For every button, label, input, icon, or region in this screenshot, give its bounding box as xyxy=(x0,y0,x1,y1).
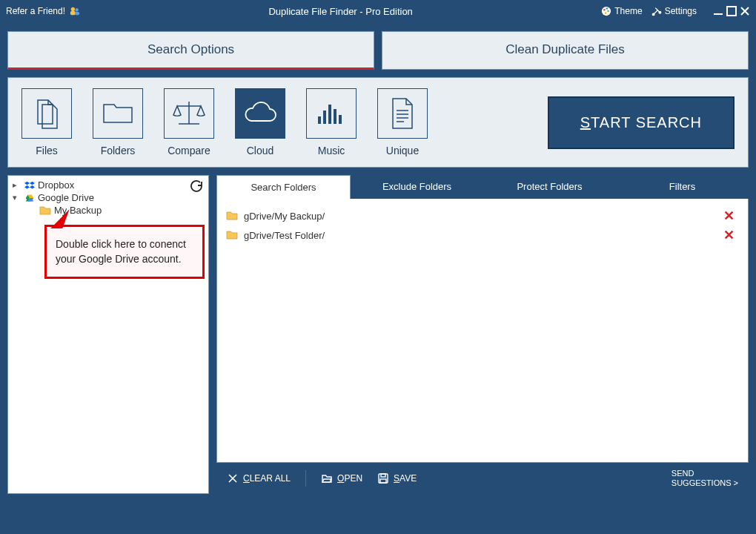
folder-path: gDrive/Test Folder/ xyxy=(244,230,325,241)
cloud-sources-sidebar: ▸ Dropbox ▾ Google Drive My Backup xyxy=(7,175,209,494)
window-controls xyxy=(713,6,750,16)
separator xyxy=(305,470,306,487)
document-icon xyxy=(390,97,415,130)
refer-friend-label: Refer a Friend! xyxy=(6,6,65,16)
open-button[interactable]: OPEN xyxy=(321,472,362,484)
category-music-label: Music xyxy=(318,145,345,156)
ribbon-tabs: Search Options Clean Duplicate Files xyxy=(0,22,756,70)
subtab-filters[interactable]: Filters xyxy=(616,175,749,199)
settings-button[interactable]: Settings xyxy=(651,6,697,16)
save-button[interactable]: SAVE xyxy=(377,472,417,484)
search-folders-list: gDrive/My Backup/ ✕ gDrive/Test Folder/ … xyxy=(216,199,749,463)
folder-icon xyxy=(102,100,134,127)
folder-small-icon xyxy=(226,230,238,240)
category-compare-label: Compare xyxy=(168,145,210,156)
files-icon xyxy=(32,97,62,130)
chevron-right-icon[interactable]: ▸ xyxy=(13,180,21,190)
list-item[interactable]: gDrive/Test Folder/ ✕ xyxy=(226,225,739,245)
svg-rect-11 xyxy=(714,13,723,15)
svg-point-8 xyxy=(605,12,607,14)
settings-label: Settings xyxy=(665,6,697,16)
category-unique-label: Unique xyxy=(386,145,419,156)
minimize-icon[interactable] xyxy=(713,6,723,16)
svg-point-7 xyxy=(608,10,610,13)
remove-folder-button[interactable]: ✕ xyxy=(719,227,739,243)
scale-icon xyxy=(171,99,207,128)
palette-icon xyxy=(601,6,611,16)
svg-point-5 xyxy=(603,9,606,11)
window-title: Duplicate File Finder - Pro Edition xyxy=(80,6,601,17)
clear-icon xyxy=(227,472,239,484)
tree-item-dropbox-label: Dropbox xyxy=(38,179,74,191)
category-cloud-label: Cloud xyxy=(247,145,274,156)
titlebar: Refer a Friend! Duplicate File Finder - … xyxy=(0,0,756,22)
subtab-search-folders[interactable]: Search Folders xyxy=(216,175,351,199)
clear-all-button[interactable]: CLEAR ALL xyxy=(227,472,291,484)
category-folders-label: Folders xyxy=(101,145,136,156)
category-strip: Files Folders Compare Cloud Music Unique… xyxy=(7,77,749,168)
folder-small-icon xyxy=(39,205,51,216)
svg-rect-17 xyxy=(339,115,342,124)
close-icon[interactable] xyxy=(740,6,750,16)
svg-rect-2 xyxy=(70,11,76,15)
svg-rect-3 xyxy=(75,12,79,15)
gdrive-icon xyxy=(24,193,35,203)
category-cloud[interactable]: Cloud xyxy=(235,88,285,156)
refer-friend-link[interactable]: Refer a Friend! xyxy=(6,6,80,16)
svg-rect-22 xyxy=(381,474,385,477)
svg-point-10 xyxy=(659,11,661,13)
category-unique[interactable]: Unique xyxy=(377,88,428,156)
subtab-exclude-folders[interactable]: Exclude Folders xyxy=(351,175,483,199)
svg-rect-12 xyxy=(727,7,736,16)
svg-rect-13 xyxy=(318,116,321,124)
svg-point-6 xyxy=(606,7,609,10)
theme-label: Theme xyxy=(614,6,642,16)
people-icon xyxy=(70,6,80,16)
send-suggestions-link[interactable]: SEND SUGGESTIONS > xyxy=(672,469,738,488)
chevron-down-icon[interactable]: ▾ xyxy=(13,193,21,202)
tools-icon xyxy=(651,6,662,16)
category-folders[interactable]: Folders xyxy=(93,88,143,156)
svg-point-1 xyxy=(75,8,78,11)
tab-search-options[interactable]: Search Options xyxy=(7,31,374,70)
tree-item-gdrive[interactable]: ▾ Google Drive xyxy=(13,191,204,204)
cloud-icon xyxy=(242,102,278,125)
tree-item-dropbox[interactable]: ▸ Dropbox xyxy=(13,179,204,191)
hint-callout: Double click here to conenct your Google… xyxy=(44,225,205,279)
category-files-label: Files xyxy=(36,145,58,156)
refresh-icon[interactable] xyxy=(190,180,202,192)
svg-rect-16 xyxy=(334,109,336,124)
dropbox-icon xyxy=(24,180,35,191)
subtab-protect-folders[interactable]: Protect Folders xyxy=(483,175,616,199)
svg-point-9 xyxy=(652,13,654,16)
svg-rect-14 xyxy=(323,111,326,124)
hint-callout-text: Double click here to conenct your Google… xyxy=(56,238,186,265)
maximize-icon[interactable] xyxy=(726,6,737,16)
body-area: ▸ Dropbox ▾ Google Drive My Backup Searc… xyxy=(0,175,756,501)
bottom-toolbar: CLEAR ALL OPEN SAVE SEND SUGGESTIONS > xyxy=(216,463,749,494)
open-folder-icon xyxy=(321,472,333,484)
svg-rect-15 xyxy=(328,105,331,124)
theme-button[interactable]: Theme xyxy=(601,6,642,16)
folder-path: gDrive/My Backup/ xyxy=(244,211,325,222)
category-compare[interactable]: Compare xyxy=(164,88,214,156)
start-search-button[interactable]: START SEARCH xyxy=(548,96,735,149)
tab-clean-duplicates[interactable]: Clean Duplicate Files xyxy=(382,31,749,70)
equalizer-icon xyxy=(316,100,346,127)
folder-subtabs: Search Folders Exclude Folders Protect F… xyxy=(216,175,749,199)
tree-item-gdrive-label: Google Drive xyxy=(38,192,94,203)
list-item[interactable]: gDrive/My Backup/ ✕ xyxy=(226,206,739,225)
category-files[interactable]: Files xyxy=(21,88,72,156)
tree-item-my-backup[interactable]: My Backup xyxy=(13,204,204,217)
folder-small-icon xyxy=(226,211,238,221)
main-panel: Search Folders Exclude Folders Protect F… xyxy=(216,175,749,494)
cloud-tree: ▸ Dropbox ▾ Google Drive My Backup xyxy=(8,176,208,220)
titlebar-right: Theme Settings xyxy=(601,6,750,16)
remove-folder-button[interactable]: ✕ xyxy=(719,208,739,224)
svg-point-0 xyxy=(71,7,75,11)
category-music[interactable]: Music xyxy=(306,88,357,156)
save-icon xyxy=(377,472,389,484)
svg-rect-23 xyxy=(380,479,386,483)
